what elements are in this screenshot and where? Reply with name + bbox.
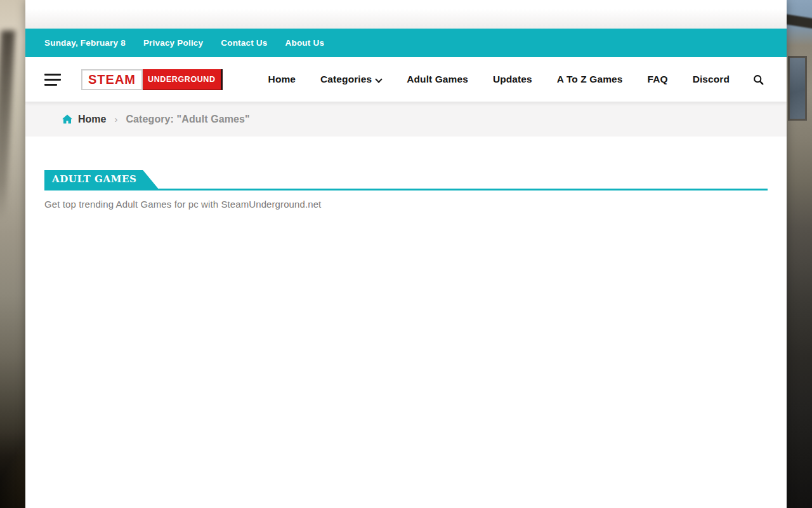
background-image-left	[0, 0, 25, 508]
main-header: STEAM UNDERGROUND Home Categories Adult …	[25, 57, 787, 102]
section-header: ADULT GAMES	[44, 170, 768, 190]
logo-steam-text: STEAM	[81, 69, 143, 90]
breadcrumb-current-page: Category: "Adult Games"	[126, 114, 249, 125]
breadcrumb-home-link[interactable]: Home	[62, 114, 106, 125]
nav-item-updates[interactable]: Updates	[493, 74, 532, 85]
current-date: Sunday, February 8	[44, 38, 126, 48]
nav-item-a-to-z-games[interactable]: A To Z Games	[557, 74, 623, 85]
main-nav: Home Categories Adult Games Updates A To…	[268, 74, 730, 85]
top-spacer	[25, 0, 787, 29]
home-icon	[62, 114, 72, 124]
hamburger-icon	[44, 74, 61, 76]
chevron-down-icon	[376, 75, 382, 81]
section-description: Get top trending Adult Games for pc with…	[44, 199, 768, 210]
page-container: Sunday, February 8 Privacy Policy Contac…	[25, 0, 787, 508]
logo-underground-text: UNDERGROUND	[143, 69, 223, 90]
nav-item-faq[interactable]: FAQ	[647, 74, 667, 85]
nav-item-home[interactable]: Home	[268, 74, 296, 85]
menu-button[interactable]	[44, 74, 61, 86]
breadcrumb-separator: ›	[114, 114, 117, 124]
topbar-link-contact-us[interactable]: Contact Us	[221, 38, 267, 48]
section-title-badge: ADULT GAMES	[44, 170, 158, 189]
main-content: ADULT GAMES Get top trending Adult Games…	[25, 137, 787, 508]
breadcrumb: Home › Category: "Adult Games"	[25, 102, 787, 137]
search-icon	[753, 74, 764, 85]
nav-item-discord[interactable]: Discord	[693, 74, 730, 85]
search-button[interactable]	[750, 72, 766, 88]
background-image-right	[787, 0, 812, 508]
topbar-link-about-us[interactable]: About Us	[285, 38, 325, 48]
site-logo[interactable]: STEAM UNDERGROUND	[81, 69, 223, 90]
breadcrumb-home-label: Home	[78, 114, 106, 125]
topbar: Sunday, February 8 Privacy Policy Contac…	[25, 29, 787, 57]
nav-item-adult-games[interactable]: Adult Games	[407, 74, 468, 85]
nav-item-categories[interactable]: Categories	[320, 74, 382, 85]
topbar-link-privacy-policy[interactable]: Privacy Policy	[143, 38, 203, 48]
